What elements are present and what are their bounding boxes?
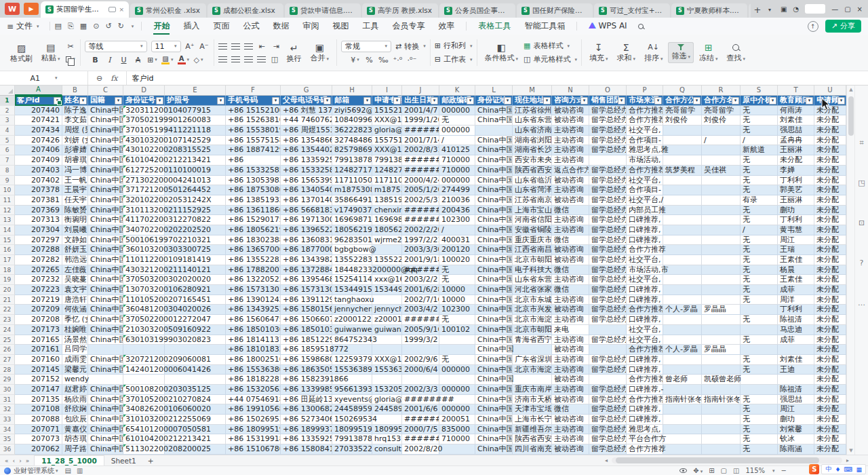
row-header-2[interactable]: 2 bbox=[0, 106, 15, 116]
col-header-S[interactable]: S bbox=[741, 86, 778, 96]
percent-icon[interactable]: % bbox=[364, 55, 374, 65]
cell-T8[interactable]: 李婵 bbox=[778, 166, 814, 176]
cell-L2[interactable]: China中国 bbox=[475, 106, 513, 116]
cell-C29[interactable] bbox=[88, 375, 123, 385]
cell-P29[interactable]: 合作方推荐 bbox=[627, 375, 663, 385]
cell-R7[interactable] bbox=[702, 155, 741, 166]
cell-J5[interactable]: 2001/7/14 bbox=[402, 136, 439, 146]
col-header-D[interactable]: D bbox=[123, 86, 165, 96]
cell-P17[interactable]: 社交平台, bbox=[627, 255, 663, 265]
cell-B29[interactable]: wendy bbox=[62, 375, 88, 385]
header-cell-B1[interactable]: 姓名▾ bbox=[62, 96, 88, 106]
cell-N11[interactable]: 被动咨询 bbox=[552, 195, 589, 206]
cell-A6[interactable]: 207406 bbox=[15, 145, 62, 155]
col-header-P[interactable]: P bbox=[627, 86, 663, 96]
cell-T11[interactable]: 王丽淋 bbox=[778, 195, 814, 206]
cell-O5[interactable]: 留学总经办 bbox=[589, 136, 627, 146]
cell-H28[interactable]: 155363896 bbox=[332, 365, 372, 375]
cell-H17[interactable]: 135522836 bbox=[332, 255, 372, 265]
cell-F3[interactable]: +86 15263810 bbox=[226, 115, 281, 126]
menu-tab-2[interactable]: 页面 bbox=[206, 18, 236, 35]
cell-D35[interactable]: 610104200212213421 bbox=[123, 434, 165, 444]
cell-S18[interactable]: 无 bbox=[741, 265, 778, 276]
cell-B28[interactable]: 梁馨元 (女 bbox=[62, 365, 88, 375]
print-preview-icon[interactable]: ⊙ bbox=[93, 22, 99, 31]
cell-G8[interactable]: +86 1533258500 bbox=[281, 166, 332, 176]
cell-C8[interactable]: China中国 bbox=[88, 166, 123, 176]
cell-H7[interactable]: 799138782 bbox=[332, 155, 372, 166]
cell-T19[interactable]: 王素佳 bbox=[778, 275, 814, 285]
cell-B30[interactable]: 赵君婷 (女 bbox=[62, 385, 88, 395]
cell-H27[interactable]: 122593794 bbox=[332, 355, 372, 365]
cell-A24[interactable]: 207173 bbox=[15, 325, 62, 335]
cell-T33[interactable]: 蒯玏 bbox=[778, 415, 814, 425]
cell-L34[interactable]: China中国 bbox=[475, 425, 513, 435]
cell-R10[interactable] bbox=[702, 185, 741, 195]
cell-N22[interactable]: 被动咨询 bbox=[552, 305, 589, 315]
cell-L9[interactable]: China中国 bbox=[475, 176, 513, 186]
cell-T28[interactable]: 王迪 bbox=[778, 365, 814, 375]
cell-J9[interactable]: 2000/4/24 bbox=[402, 176, 439, 186]
view-normal-icon[interactable]: ⊞ bbox=[709, 467, 714, 474]
cell-T34[interactable]: 刘紫馨 bbox=[778, 425, 814, 435]
cell-B33[interactable]: 包欣辰 (女 bbox=[62, 415, 88, 425]
cell-H22[interactable]: jennychen bbox=[332, 305, 372, 315]
cell-M33[interactable]: 上海市长宁 bbox=[513, 415, 552, 425]
cell-G19[interactable]: +86 1395468251 bbox=[281, 275, 332, 285]
row-header-31[interactable]: 31 bbox=[0, 395, 15, 405]
cell-Q32[interactable] bbox=[663, 404, 702, 415]
cell-I14[interactable]: 180562199 bbox=[372, 225, 402, 235]
cell-Q25[interactable] bbox=[663, 335, 702, 345]
cell-L32[interactable]: China中国 bbox=[475, 404, 513, 415]
menu-tab-1[interactable]: 插入 bbox=[176, 18, 206, 35]
cell-L8[interactable]: China中国 bbox=[475, 166, 513, 176]
cell-G3[interactable]: +44 7460762888 bbox=[281, 115, 332, 126]
cell-R23[interactable] bbox=[702, 315, 741, 325]
row-header-32[interactable]: 32 bbox=[0, 404, 15, 415]
file-menu[interactable]: ≡ 文件 ▾ bbox=[7, 20, 39, 32]
cell-D7[interactable]: 610104200212213421 bbox=[123, 155, 165, 166]
freeze-button[interactable]: ⊞ 冻结▾ bbox=[696, 41, 722, 65]
cell-I13[interactable]: 169698712 bbox=[372, 215, 402, 225]
cell-O3[interactable]: 留学总经办 bbox=[589, 115, 627, 126]
cell-C24[interactable]: China中国 bbox=[88, 325, 123, 335]
cell-D25[interactable]: 630103199903020823 bbox=[123, 335, 165, 345]
ime-chinese-icon[interactable]: 中 bbox=[825, 465, 831, 474]
cell-M23[interactable]: 北京市海淀 bbox=[513, 315, 552, 325]
cell-F17[interactable]: +86 13552283 bbox=[226, 255, 281, 265]
cell-C33[interactable]: China中国 bbox=[88, 415, 123, 425]
cell-P23[interactable]: 口碑推荐, bbox=[627, 315, 663, 325]
cell-D10[interactable]: 371721200501264452 bbox=[123, 185, 165, 195]
cell-J17[interactable]: 2001/9/18 bbox=[402, 255, 439, 265]
cell-C12[interactable]: China中国 bbox=[88, 206, 123, 216]
save-icon[interactable]: ▤ bbox=[55, 22, 62, 31]
tab-list-caret-icon[interactable]: ▾ bbox=[764, 2, 775, 17]
cell-C25[interactable]: China中国 bbox=[88, 335, 123, 345]
cell-T4[interactable]: 强思喆 bbox=[778, 126, 814, 136]
cell-S14[interactable]: / bbox=[741, 225, 778, 235]
cell-F23[interactable]: +86 15606475 bbox=[226, 315, 281, 325]
filter-button[interactable]: ▾ bbox=[806, 97, 813, 104]
cell-M22[interactable]: 北京市兴发 bbox=[513, 305, 552, 315]
cell-K5[interactable]: / bbox=[439, 136, 475, 146]
cell-B26[interactable]: 吕同学 bbox=[62, 345, 88, 355]
cell-G20[interactable]: +86 1573130169 bbox=[281, 285, 332, 295]
filter-button[interactable]: 筛选▾ bbox=[668, 42, 694, 63]
cell-D33[interactable]: 310103200212255069 bbox=[123, 415, 165, 425]
cell-K29[interactable] bbox=[439, 375, 475, 385]
row-header-35[interactable]: 35 bbox=[0, 434, 15, 444]
cell-T26[interactable] bbox=[778, 345, 814, 355]
cell-M3[interactable]: 山东省东营 bbox=[513, 115, 552, 126]
file-tab-8[interactable]: S宁夏教师样本.xlsx bbox=[671, 3, 747, 18]
cell-Q20[interactable] bbox=[663, 285, 702, 295]
cell-F28[interactable]: +86 15536380 bbox=[226, 365, 281, 375]
cell-Q29[interactable]: 曾老师 bbox=[663, 375, 702, 385]
cell-C23[interactable]: China中国 bbox=[88, 315, 123, 325]
cell-J32[interactable]: 2001/6/6 bbox=[402, 404, 439, 415]
justify-icon[interactable] bbox=[257, 56, 266, 62]
cell-P7[interactable]: 市场活动, bbox=[627, 155, 663, 166]
cell-D30[interactable]: 500108200203035125 bbox=[123, 385, 165, 395]
cell-S11[interactable]: 有录 bbox=[741, 195, 778, 206]
cell-B20[interactable]: 袁文宇 (女 bbox=[62, 285, 88, 295]
filter-button[interactable]: ▾ bbox=[272, 97, 279, 104]
